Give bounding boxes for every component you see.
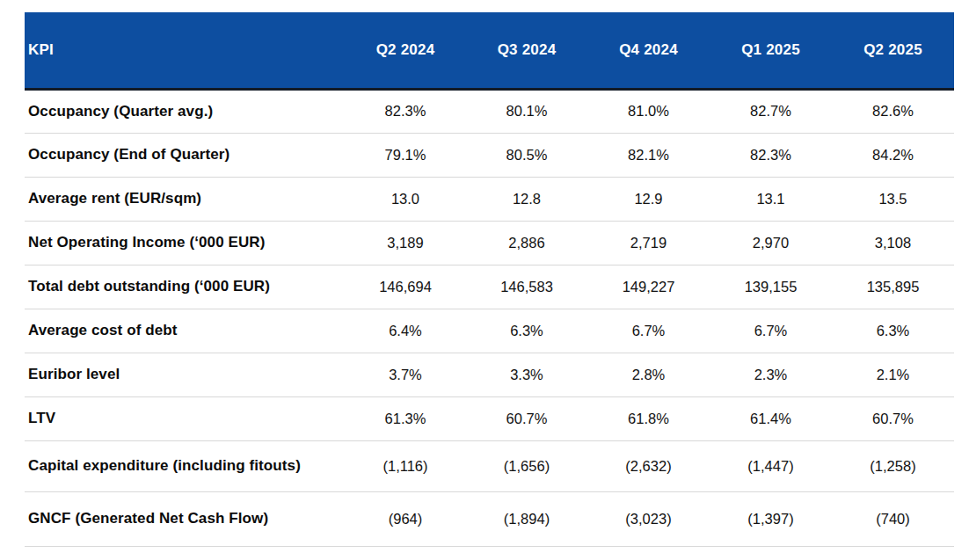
cell-value: 146,694 [345, 265, 466, 309]
cell-value: (3,023) [587, 491, 710, 546]
cell-value: 6.4% [345, 309, 466, 353]
cell-value: 82.7% [710, 89, 832, 133]
table-row: Average cost of debt6.4%6.3%6.7%6.7%6.3% [25, 309, 954, 353]
cell-value: 12.8 [466, 177, 587, 221]
cell-value: 6.3% [466, 309, 587, 353]
cell-value: 2,719 [587, 221, 710, 265]
cell-value: 82.3% [345, 89, 466, 133]
cell-value: 13.5 [832, 177, 954, 221]
table-row: Average rent (EUR/sqm)13.012.812.913.113… [25, 177, 954, 221]
table-row: Total debt outstanding (‘000 EUR)146,694… [25, 265, 954, 309]
table-row: Occupancy (Quarter avg.)82.3%80.1%81.0%8… [25, 89, 954, 133]
cell-value: 12.9 [587, 177, 710, 221]
cell-value: (1,397) [710, 491, 832, 546]
row-label: Net Operating Income (‘000 EUR) [25, 221, 345, 265]
cell-value: 80.5% [466, 133, 587, 177]
cell-value: 146,583 [466, 265, 587, 309]
cell-value: 13.1 [710, 177, 832, 221]
cell-value: (2,632) [587, 440, 710, 491]
cell-value: 13.0 [345, 177, 466, 221]
cell-value: 139,155 [710, 265, 832, 309]
cell-value: 61.3% [345, 396, 466, 440]
cell-value: (1,258) [832, 440, 954, 491]
column-header-q3-2024: Q3 2024 [466, 12, 587, 89]
cell-value: 60.7% [832, 396, 954, 440]
row-label: Occupancy (Quarter avg.) [25, 89, 345, 133]
cell-value: (964) [345, 491, 466, 546]
cell-value: 149,227 [587, 265, 710, 309]
cell-value: 2,970 [710, 221, 832, 265]
column-header-q2-2024: Q2 2024 [345, 12, 466, 89]
column-header-kpi: KPI [25, 12, 345, 89]
table-row: Net Operating Income (‘000 EUR)3,1892,88… [25, 221, 954, 265]
cell-value: 3,108 [832, 221, 954, 265]
cell-value: 2,886 [466, 221, 587, 265]
cell-value: 2.3% [710, 353, 832, 396]
row-label: Occupancy (End of Quarter) [25, 133, 345, 177]
row-label: Euribor level [25, 353, 345, 396]
cell-value: (1,656) [466, 440, 587, 491]
cell-value: 61.8% [587, 396, 710, 440]
cell-value: 6.7% [710, 309, 832, 353]
column-header-q1-2025: Q1 2025 [710, 12, 832, 89]
cell-value: (740) [832, 491, 954, 546]
cell-value: 80.1% [466, 89, 587, 133]
cell-value: (1,116) [345, 440, 466, 491]
table-row: Capital expenditure (including fitouts)(… [25, 440, 954, 491]
table-header-row: KPI Q2 2024 Q3 2024 Q4 2024 Q1 2025 Q2 2… [25, 12, 954, 89]
row-label: LTV [25, 396, 345, 440]
row-label: GNCF (Generated Net Cash Flow) [25, 491, 345, 546]
column-header-q4-2024: Q4 2024 [587, 12, 710, 89]
table-body: Occupancy (Quarter avg.)82.3%80.1%81.0%8… [25, 89, 954, 546]
cell-value: 81.0% [587, 89, 710, 133]
column-header-q2-2025: Q2 2025 [832, 12, 954, 89]
cell-value: (1,447) [710, 440, 832, 491]
cell-value: 82.6% [832, 89, 954, 133]
kpi-report-page: KPI Q2 2024 Q3 2024 Q4 2024 Q1 2025 Q2 2… [0, 12, 969, 560]
row-label: Total debt outstanding (‘000 EUR) [25, 265, 345, 309]
cell-value: 84.2% [832, 133, 954, 177]
cell-value: 79.1% [345, 133, 466, 177]
row-label: Average cost of debt [25, 309, 345, 353]
cell-value: 82.3% [710, 133, 832, 177]
table-row: GNCF (Generated Net Cash Flow)(964)(1,89… [25, 491, 954, 546]
row-label: Capital expenditure (including fitouts) [25, 440, 345, 491]
row-label: Average rent (EUR/sqm) [25, 177, 345, 221]
table-row: Occupancy (End of Quarter)79.1%80.5%82.1… [25, 133, 954, 177]
cell-value: 61.4% [710, 396, 832, 440]
table-row: Euribor level3.7%3.3%2.8%2.3%2.1% [25, 353, 954, 396]
cell-value: 6.3% [832, 309, 954, 353]
cell-value: 3.7% [345, 353, 466, 396]
cell-value: 2.8% [587, 353, 710, 396]
cell-value: 135,895 [832, 265, 954, 309]
cell-value: 3.3% [466, 353, 587, 396]
table-row: LTV61.3%60.7%61.8%61.4%60.7% [25, 396, 954, 440]
cell-value: 82.1% [587, 133, 710, 177]
cell-value: 2.1% [832, 353, 954, 396]
cell-value: 3,189 [345, 221, 466, 265]
kpi-table: KPI Q2 2024 Q3 2024 Q4 2024 Q1 2025 Q2 2… [25, 12, 954, 547]
cell-value: 60.7% [466, 396, 587, 440]
cell-value: 6.7% [587, 309, 710, 353]
cell-value: (1,894) [466, 491, 587, 546]
